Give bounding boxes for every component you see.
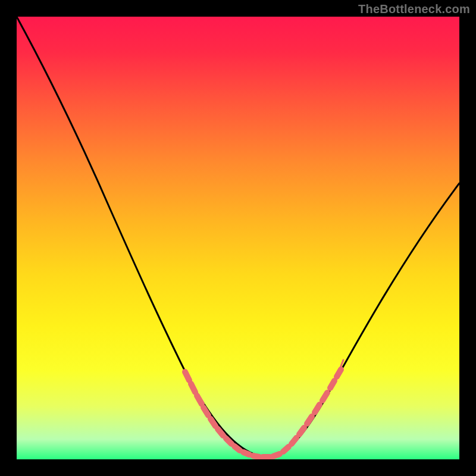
svg-line-19 xyxy=(337,369,341,377)
svg-line-17 xyxy=(322,393,327,400)
watermark-text: TheBottleneck.com xyxy=(358,2,470,16)
svg-line-3 xyxy=(203,408,208,415)
svg-line-5 xyxy=(218,429,223,436)
svg-line-14 xyxy=(299,428,304,434)
svg-line-9 xyxy=(253,456,259,457)
svg-line-12 xyxy=(283,447,289,452)
svg-line-11 xyxy=(273,454,280,456)
svg-line-16 xyxy=(315,405,320,412)
svg-line-13 xyxy=(292,438,296,444)
bottleneck-curve xyxy=(17,17,459,457)
svg-line-6 xyxy=(226,439,231,444)
svg-line-0 xyxy=(185,372,189,380)
svg-line-1 xyxy=(191,384,195,392)
svg-line-7 xyxy=(234,446,240,450)
svg-line-8 xyxy=(243,452,249,455)
svg-line-15 xyxy=(307,416,312,424)
svg-line-4 xyxy=(211,419,215,426)
highlight-dots xyxy=(185,369,341,457)
svg-line-18 xyxy=(330,381,334,388)
plot-area xyxy=(17,17,459,459)
svg-line-2 xyxy=(197,396,202,404)
chart-svg xyxy=(17,17,459,459)
